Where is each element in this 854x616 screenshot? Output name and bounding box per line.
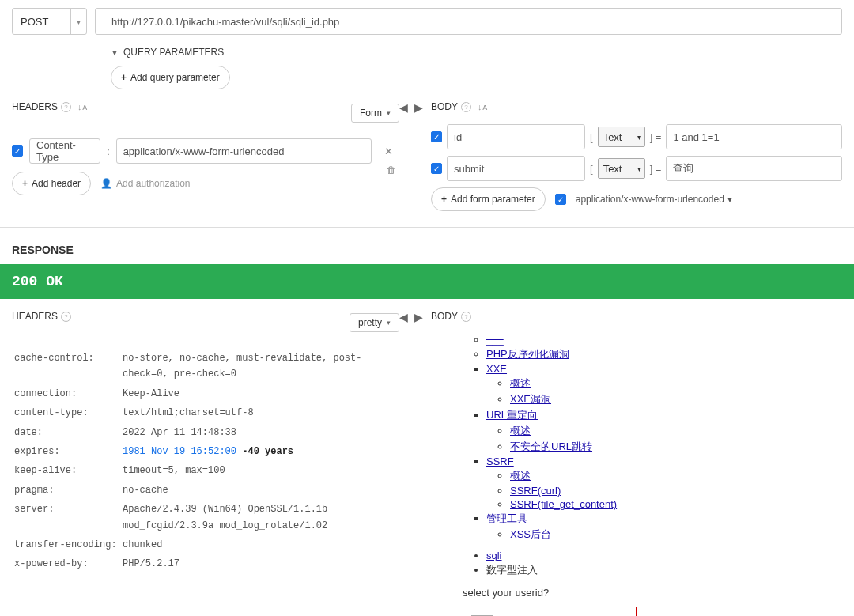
response-body-title: BODY ? <box>431 311 842 322</box>
form-param-row: ✓ id [ Text ] = 1 and 1=1 <box>431 124 842 149</box>
header-value-input[interactable]: application/x-www-form-urlencoded <box>116 138 372 164</box>
help-icon[interactable]: ? <box>61 102 71 112</box>
remove-header-button[interactable]: ✕ <box>378 145 399 157</box>
triangle-down-icon: ▼ <box>111 48 119 57</box>
param-type-select[interactable]: Text <box>598 127 645 147</box>
header-checkbox[interactable]: ✓ <box>12 145 23 157</box>
url-value: http://127.0.0.1/pikachu-master/vul/sqli… <box>111 16 339 28</box>
nav-link[interactable]: SSRF <box>486 455 514 467</box>
nav-link[interactable]: sqli <box>486 550 502 561</box>
response-body-content: ___ PHP反序列化漏洞 XXE 概述 XXE漏洞 URL重定向 概述 不安全… <box>431 334 842 542</box>
caret-down-icon: ▾ <box>387 109 391 117</box>
param-name-input[interactable]: id <box>447 124 585 149</box>
nav-link[interactable]: 概述 <box>510 425 531 436</box>
header-name-input[interactable]: Content-Type <box>29 138 100 164</box>
response-title: RESPONSE <box>0 227 854 264</box>
param-checkbox[interactable]: ✓ <box>431 163 442 174</box>
result-highlight-box: --- ▾ 查询 hello,vince your email is: vinc… <box>463 607 637 616</box>
url-input[interactable]: http://127.0.0.1/pikachu-master/vul/sqli… <box>95 8 842 35</box>
add-authorization-button[interactable]: 👤 Add authorization <box>100 178 190 189</box>
colon-separator: : <box>107 145 110 157</box>
nav-link[interactable]: 不安全的URL跳转 <box>510 440 592 452</box>
caret-down-icon: ▾ <box>70 9 86 34</box>
prompt-text: select your userid? <box>463 587 842 599</box>
plus-icon: + <box>441 194 447 205</box>
param-value-input[interactable]: 查询 <box>666 156 842 181</box>
caret-down-icon: ▾ <box>387 319 391 327</box>
form-param-row: ✓ submit [ Text ] = 查询 <box>431 156 842 181</box>
request-body-title: BODY ? ↓ᴀ <box>431 101 842 112</box>
request-headers-title: HEADERS ? ↓ᴀ <box>12 101 88 112</box>
nav-link[interactable]: XSS后台 <box>510 528 551 540</box>
nav-link[interactable]: 管理工具 <box>486 512 527 524</box>
header-row: ✓ Content-Type : application/x-www-form-… <box>12 138 399 164</box>
plus-icon: + <box>22 178 28 189</box>
response-headers-format-select[interactable]: pretty ▾ <box>350 313 399 332</box>
collapse-right-icon[interactable]: ▶ <box>414 311 423 323</box>
collapse-right-icon[interactable]: ▶ <box>414 101 423 114</box>
headers-format-select[interactable]: Form ▾ <box>351 104 399 123</box>
param-name-input[interactable]: submit <box>447 156 585 181</box>
plus-icon: + <box>121 72 127 83</box>
http-method-select[interactable]: POST ▾ <box>12 8 87 35</box>
person-icon: 👤 <box>100 178 112 189</box>
response-status: 200 OK <box>0 264 854 299</box>
sort-icon[interactable]: ↓ᴀ <box>77 102 88 112</box>
param-type-select[interactable]: Text <box>598 158 645 179</box>
body-content-type-select[interactable]: application/x-www-form-urlencoded ▾ <box>576 194 732 205</box>
nav-link[interactable]: SSRF(file_get_content) <box>510 498 617 510</box>
nav-link[interactable]: SSRF(curl) <box>510 485 561 497</box>
add-header-button[interactable]: + Add header <box>12 172 91 195</box>
nav-link[interactable]: XXE <box>486 363 507 375</box>
collapse-left-icon[interactable]: ◀ <box>399 101 408 114</box>
add-form-parameter-button[interactable]: + Add form parameter <box>431 187 546 211</box>
help-icon[interactable]: ? <box>61 312 71 322</box>
page-heading: 数字型注入 <box>486 564 538 576</box>
help-icon[interactable]: ? <box>461 102 471 112</box>
content-type-checkbox[interactable]: ✓ <box>555 194 566 205</box>
response-headers-title: HEADERS ? <box>12 311 71 322</box>
http-method-value: POST <box>21 16 48 28</box>
query-parameters-title: QUERY PARAMETERS <box>123 47 224 58</box>
nav-link[interactable]: URL重定向 <box>486 409 538 421</box>
caret-down-icon: ▾ <box>727 194 732 205</box>
add-query-parameter-button[interactable]: + Add query parameter <box>111 66 230 89</box>
nav-link[interactable]: PHP反序列化漏洞 <box>486 348 569 360</box>
collapse-left-icon[interactable]: ◀ <box>399 311 408 323</box>
param-value-input[interactable]: 1 and 1=1 <box>666 124 842 149</box>
nav-link[interactable]: 概述 <box>510 470 531 482</box>
response-headers-table: cache-control:no-store, no-cache, must-r… <box>12 348 399 575</box>
query-parameters-toggle[interactable]: ▼ QUERY PARAMETERS <box>111 43 854 66</box>
trash-icon[interactable]: 🗑 <box>387 164 396 176</box>
help-icon[interactable]: ? <box>461 312 471 322</box>
param-checkbox[interactable]: ✓ <box>431 131 442 142</box>
nav-link[interactable]: 概述 <box>510 377 531 389</box>
sort-icon[interactable]: ↓ᴀ <box>478 102 488 112</box>
nav-link[interactable]: XXE漏洞 <box>510 393 551 405</box>
nav-link[interactable]: ___ <box>486 334 504 346</box>
